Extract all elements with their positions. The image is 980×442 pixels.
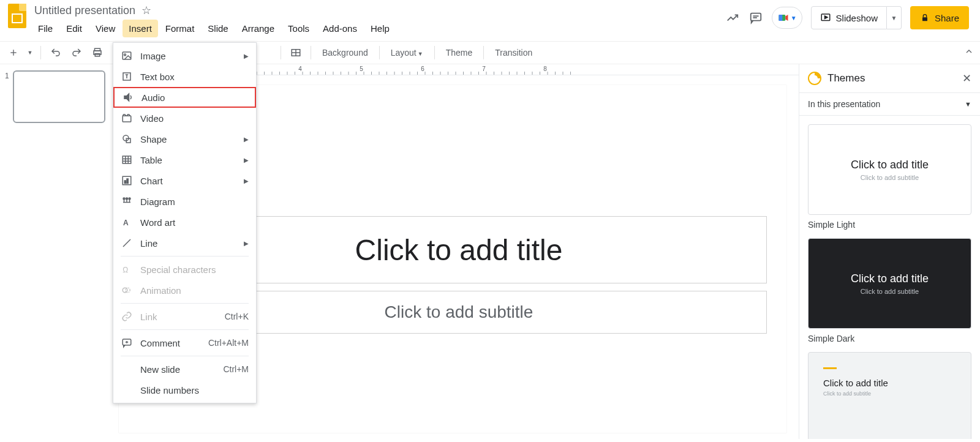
textbox-icon: [121, 70, 133, 83]
new-slide-dropdown[interactable]: ▼: [26, 44, 34, 61]
theme-name-label: Simple Dark: [808, 334, 971, 343]
theme-card-subtitle: Click to add subtitle: [823, 391, 871, 397]
meet-button[interactable]: ▼: [772, 7, 802, 29]
insert-menu-chart[interactable]: Chart▶: [113, 170, 256, 191]
menu-slide[interactable]: Slide: [202, 20, 234, 37]
slideshow-dropdown[interactable]: ▼: [887, 6, 902, 29]
theme-button[interactable]: Theme: [441, 48, 478, 58]
menu-item-label: Image: [140, 51, 166, 61]
svg-rect-87: [123, 116, 131, 122]
insert-menu-word-art[interactable]: AWord art: [113, 212, 256, 233]
theme-name-label: Simple Light: [808, 220, 971, 230]
menu-help[interactable]: Help: [364, 20, 396, 37]
svg-text:A: A: [123, 219, 129, 227]
svg-rect-97: [127, 179, 128, 184]
slideshow-label: Slideshow: [836, 13, 878, 23]
insert-textbox-button[interactable]: [287, 44, 304, 61]
layout-button[interactable]: Layout▼: [386, 48, 428, 58]
filmstrip: 1: [0, 64, 113, 439]
new-slide-button[interactable]: [5, 44, 22, 61]
lock-icon: [920, 13, 930, 23]
svg-rect-81: [123, 52, 131, 59]
insert-menu-dropdown: Image▶Text boxAudioVideoShape▶Table▶Char…: [113, 42, 257, 403]
wordart-icon: A: [121, 216, 133, 228]
omega-icon: Ω: [121, 263, 133, 275]
slideshow-button[interactable]: Slideshow: [811, 6, 887, 29]
theme-card-title: Click to add title: [851, 272, 929, 285]
comments-icon[interactable]: [748, 10, 763, 25]
menu-item-label: Text box: [140, 72, 175, 82]
submenu-arrow-icon: ▶: [244, 136, 249, 143]
close-icon[interactable]: ✕: [962, 72, 971, 85]
theme-card[interactable]: Click to add titleClick to add subtitle: [808, 352, 971, 439]
menu-arrange[interactable]: Arrange: [236, 20, 281, 37]
menu-insert[interactable]: Insert: [123, 20, 158, 37]
layout-label: Layout: [391, 48, 417, 58]
slide-thumbnail[interactable]: [13, 70, 105, 123]
menu-item-label: Chart: [140, 176, 163, 186]
submenu-arrow-icon: ▶: [244, 53, 249, 59]
insert-menu-table[interactable]: Table▶: [113, 149, 256, 170]
insert-menu-audio[interactable]: Audio: [113, 87, 256, 108]
insert-menu-image[interactable]: Image▶: [113, 45, 256, 66]
palette-icon: [808, 72, 821, 85]
svg-text:5: 5: [360, 66, 368, 72]
menu-tools[interactable]: Tools: [282, 20, 315, 37]
theme-card[interactable]: Click to add titleClick to add subtitle: [808, 238, 971, 329]
play-presentation-icon: [820, 12, 831, 23]
menu-file[interactable]: File: [32, 20, 59, 37]
svg-rect-96: [124, 181, 126, 184]
share-label: Share: [935, 13, 959, 23]
star-icon[interactable]: ☆: [141, 4, 151, 17]
insert-menu-video[interactable]: Video: [113, 108, 256, 129]
image-icon: [121, 50, 133, 62]
collapse-toolbar-button[interactable]: [964, 47, 974, 56]
audio-icon: [122, 91, 134, 103]
svg-point-100: [129, 198, 130, 200]
themes-panel: Themes ✕ In this presentation ▼ Click to…: [799, 64, 980, 439]
print-button[interactable]: [89, 44, 106, 61]
svg-point-99: [126, 198, 128, 200]
slideshow-group: Slideshow ▼: [811, 6, 902, 29]
theme-card[interactable]: Click to add titleClick to add subtitle: [808, 124, 971, 215]
menu-item-label: Word art: [140, 217, 175, 228]
header-right: ▼ Slideshow ▼ Share: [725, 4, 975, 29]
menu-item-label: Diagram: [140, 197, 175, 207]
insert-menu-shape[interactable]: Shape▶: [113, 129, 256, 149]
insert-menu-new-slide[interactable]: New slideCtrl+M: [113, 359, 256, 380]
menu-edit[interactable]: Edit: [60, 20, 88, 37]
themes-section-toggle[interactable]: In this presentation ▼: [799, 93, 980, 116]
themes-section-label: In this presentation: [808, 99, 880, 109]
themes-title: Themes: [827, 72, 956, 84]
insert-menu-text-box[interactable]: Text box: [113, 66, 256, 87]
background-button[interactable]: Background: [317, 48, 373, 58]
chevron-down-icon: ▼: [965, 100, 971, 108]
svg-line-106: [123, 239, 130, 247]
undo-button[interactable]: [47, 44, 64, 61]
menu-item-label: Audio: [141, 92, 165, 103]
transition-button[interactable]: Transition: [490, 48, 537, 58]
themes-list: Click to add titleClick to add subtitleS…: [799, 116, 980, 439]
insert-menu-slide-numbers[interactable]: Slide numbers: [113, 380, 256, 400]
document-title[interactable]: Untitled presentation: [34, 4, 135, 17]
insert-menu-diagram[interactable]: Diagram: [113, 191, 256, 212]
svg-text:6: 6: [421, 66, 429, 72]
blank-icon: [121, 384, 133, 396]
svg-rect-90: [123, 156, 131, 163]
app-logo: [5, 4, 29, 28]
title-area: Untitled presentation ☆ FileEditViewInse…: [32, 4, 725, 41]
insert-menu-comment[interactable]: CommentCtrl+Alt+M: [113, 332, 256, 353]
slide-number: 1: [5, 70, 9, 123]
menu-format[interactable]: Format: [159, 20, 201, 37]
insert-menu-special-characters: ΩSpecial characters: [113, 259, 256, 280]
submenu-arrow-icon: ▶: [244, 157, 249, 163]
submenu-arrow-icon: ▶: [244, 178, 249, 184]
diagram-icon: [121, 195, 133, 208]
redo-button[interactable]: [68, 44, 85, 61]
share-button[interactable]: Share: [910, 6, 969, 29]
insert-menu-line[interactable]: Line▶: [113, 233, 256, 253]
menu-add-ons[interactable]: Add-ons: [317, 20, 363, 37]
svg-point-108: [123, 288, 127, 293]
activity-icon[interactable]: [725, 10, 740, 25]
menu-view[interactable]: View: [89, 20, 121, 37]
